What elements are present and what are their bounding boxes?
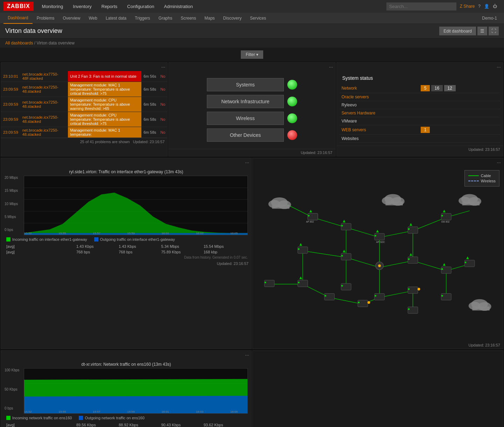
nav-reports[interactable]: Reports — [97, 0, 122, 13]
subnav-web[interactable]: Web — [84, 13, 101, 24]
chart1-panel-menu[interactable]: ··· — [245, 160, 249, 165]
chart2-legend-incoming-label: Incoming network traffic on ens160 — [12, 416, 72, 420]
fullscreen-button[interactable]: ⛶ — [489, 27, 499, 35]
status-name-network[interactable]: Network — [340, 84, 419, 93]
legend-cable-label: Cable — [481, 174, 491, 178]
problems-panel-menu[interactable]: ··· — [161, 64, 166, 70]
chart1-panel: ··· ryl.side1.virton: Traffic on interfa… — [1, 158, 252, 349]
nav-administration[interactable]: Administration — [159, 0, 198, 13]
status-row-servers-hardware: Servers Hardware — [340, 109, 500, 117]
status-name-websites: Websites — [340, 135, 419, 143]
problem-time: 23:10:01 — [1, 71, 20, 82]
problem-time: 23:09:59 — [1, 112, 20, 127]
svg-rect-88 — [324, 293, 335, 300]
host-group-other-devices-button[interactable]: Other Devices — [207, 128, 284, 142]
status-name-servers-hardware[interactable]: Servers Hardware — [340, 109, 419, 117]
svg-rect-41 — [272, 205, 289, 209]
chart1-y-label-3: 10 Mbps — [5, 202, 18, 206]
chart1-legend-outgoing-label: Outgoing traffic on interface ether1-gat… — [100, 237, 175, 241]
problem-host[interactable]: net.brocade.icx7250-48.stacked — [20, 82, 68, 97]
svg-rect-58 — [341, 223, 351, 230]
problem-host[interactable]: net.brocade.icx7250-48.stacked — [20, 127, 68, 138]
status-badges-network: 5 16 12 — [419, 84, 500, 93]
subnav-dashboard[interactable]: Dashboard — [4, 13, 33, 24]
status-name-oracle[interactable]: Oracle servers — [340, 93, 419, 101]
network-map-legend: Cable Wireless — [464, 170, 499, 187]
edit-dashboard-button[interactable]: Edit dashboard — [439, 27, 476, 35]
system-status-panel-menu[interactable]: ··· — [497, 64, 501, 70]
power-icon[interactable]: ⏻ — [493, 4, 497, 9]
problem-host[interactable]: net.brocade.icx7250-48.stacked — [20, 112, 68, 127]
subnav-maps[interactable]: Maps — [200, 13, 219, 24]
subnav-screens[interactable]: Screens — [176, 13, 200, 24]
filter-button[interactable]: Filter — [241, 50, 263, 59]
svg-text:15:57: 15:57 — [93, 232, 100, 234]
subnav-services[interactable]: Services — [246, 13, 270, 24]
problem-time: 23:09:59 — [1, 97, 20, 112]
svg-point-97 — [368, 301, 370, 304]
host-groups-panel-menu[interactable]: ··· — [329, 64, 333, 70]
nav-configuration[interactable]: Configuration — [122, 0, 159, 13]
problem-message: Management module: CPU temperature: Temp… — [68, 97, 141, 112]
svg-rect-82 — [374, 293, 385, 300]
network-map-canvas[interactable]: AP-802 AP-SDC SW-802 Cable Wireless — [253, 167, 503, 342]
system-status-content: System status Network 5 16 12 Oracle ser… — [337, 71, 503, 146]
svg-rect-56 — [308, 214, 318, 220]
table-row: 23:09:59 net.brocade.icx7250-48.stacked … — [1, 127, 167, 138]
status-badge-network-1[interactable]: 5 — [421, 85, 430, 91]
svg-marker-4 — [24, 192, 247, 235]
host-group-other-devices: Other Devices — [176, 128, 328, 142]
nav-monitoring[interactable]: Monitoring — [37, 0, 68, 13]
subnav-discovery[interactable]: Discovery — [219, 13, 246, 24]
subnav-overview[interactable]: Overview — [58, 13, 84, 24]
status-badge-network-3[interactable]: 12 — [444, 85, 456, 91]
problem-ack: No — [158, 82, 167, 97]
nav-inventory[interactable]: Inventory — [68, 0, 96, 13]
global-search-input[interactable] — [386, 2, 456, 10]
chart1-legend-outgoing: Outgoing traffic on interface ether1-gat… — [94, 237, 175, 241]
status-row-web-servers: WEB servers 1 — [340, 125, 500, 135]
host-groups-list: Systems Network Infrastructure Wireless … — [169, 71, 335, 149]
problems-panel: ··· 23:10:01 net.brocade.icx7750-48F.sta… — [1, 62, 168, 156]
status-name-web-servers[interactable]: WEB servers — [340, 125, 419, 135]
problem-message: Management module: MAC 1 temperature: Te… — [68, 82, 141, 97]
subnav-triggers[interactable]: Triggers — [131, 13, 154, 24]
chart2-panel-menu[interactable]: ··· — [245, 352, 249, 358]
problem-ack: No — [158, 97, 167, 112]
status-badges-oracle — [419, 93, 500, 101]
svg-rect-64 — [441, 214, 451, 220]
status-row-websites: Websites — [340, 135, 500, 143]
chart2-legend-incoming: Incoming network traffic on ens160 — [6, 416, 72, 420]
svg-text:15:59: 15:59 — [127, 232, 135, 234]
subnav-latest-data[interactable]: Latest data — [102, 13, 131, 24]
svg-rect-62 — [408, 227, 418, 233]
svg-text:15:52: 15:52 — [24, 232, 32, 234]
host-group-network-infra-button[interactable]: Network Infrastructure — [207, 95, 284, 108]
chart2-panel-header: ··· — [1, 351, 251, 359]
chart2-y-label-1: 100 Kbps — [5, 368, 19, 372]
status-badge-web-1[interactable]: 1 — [421, 127, 430, 133]
svg-text:15:52: 15:52 — [24, 410, 32, 413]
share-icon[interactable]: Z Share — [460, 4, 475, 9]
svg-rect-74 — [441, 267, 451, 273]
chart1-y-label-5: 0 bps — [5, 228, 18, 232]
chart2-legend-outgoing-color — [79, 416, 83, 420]
user-icon[interactable]: 👤 — [484, 4, 489, 9]
host-group-other-devices-indicator — [287, 130, 297, 140]
subnav-graphs[interactable]: Graphs — [154, 13, 176, 24]
problems-panel-footer: 25 of 41 problems are shown Updated: 23:… — [1, 138, 167, 145]
status-badges-ryleevo — [419, 101, 500, 109]
problem-host[interactable]: net.brocade.icx7250-48.stacked — [20, 97, 68, 112]
problem-host[interactable]: net.brocade.icx7750-48F.stacked — [20, 71, 68, 82]
top-navigation: ZABBIX Monitoring Inventory Reports Conf… — [0, 0, 504, 13]
host-group-wireless-button[interactable]: Wireless — [207, 112, 284, 125]
legend-wireless-label: Wireless — [481, 179, 496, 183]
breadcrumb-all-dashboards[interactable]: All dashboards — [5, 41, 33, 46]
list-view-button[interactable]: ☰ — [477, 27, 487, 35]
host-group-systems-button[interactable]: Systems — [207, 78, 284, 91]
help-icon[interactable]: ? — [478, 4, 481, 9]
subnav-problems[interactable]: Problems — [33, 13, 59, 24]
network-map-menu[interactable]: ··· — [497, 160, 501, 165]
problem-time: 23:09:59 — [1, 127, 20, 138]
status-badge-network-2[interactable]: 16 — [431, 85, 443, 91]
